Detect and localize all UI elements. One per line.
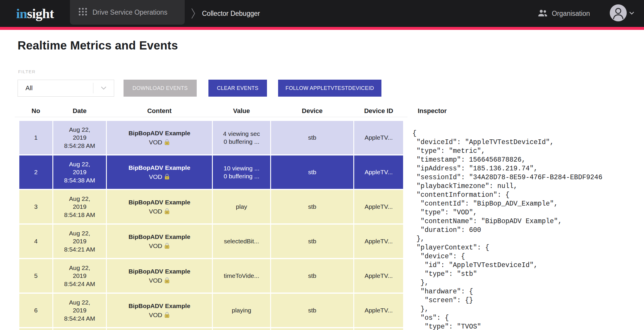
cell-no[interactable]: 5 [19,259,52,293]
filter-select-value: All [18,84,93,92]
cell-date[interactable]: Aug 22,20198:54:18 AM [53,190,106,223]
cell-content[interactable]: BipBopADV ExampleVOD [107,155,212,189]
events-table: 1Aug 22,20198:54:28 AMBipBopADV ExampleV… [19,121,403,330]
cell-no[interactable]: 4 [19,225,52,258]
lock-icon [164,242,170,250]
lock-icon [164,207,170,215]
lock-icon [164,138,170,146]
cell-date[interactable]: Aug 22,20198:54:38 AM [53,155,106,189]
app-switcher-label: Drive Service Operations [93,8,167,16]
cell-device-id[interactable]: AppleTV... [354,225,403,258]
cell-value[interactable]: timeToVide... [213,259,270,293]
cell-device[interactable]: stb [271,190,353,223]
column-header-value: Value [213,105,270,117]
chevron-right-icon [191,8,196,20]
cell-date[interactable]: Aug 22,20198:54:24 AM [53,294,106,327]
lock-icon [164,311,170,319]
cell-device-id[interactable]: AppleTV... [354,259,403,293]
chevron-down-icon[interactable] [629,11,635,16]
cell-device-id[interactable]: AppleTV... [354,190,403,223]
logo-part-blue: in [16,6,27,21]
chevron-down-icon [93,86,114,90]
logo-part-white: sight [27,6,54,21]
cell-no[interactable]: 3 [19,190,52,223]
column-header-no: No [19,105,52,117]
organisation-menu[interactable]: Organisation [537,0,590,27]
cell-device[interactable]: stb [271,225,353,258]
collector-debugger-screen: insight Drive Service Operations Collect… [0,0,644,330]
people-icon [537,8,548,18]
inspector-json: { "deviceId": "AppleTVTestDeviceId", "ty… [412,129,644,330]
lock-icon [164,173,170,181]
table-row-partial [271,328,353,330]
table-row-partial [19,328,52,330]
table-row-partial [107,328,212,330]
column-header-date: Date [53,105,106,117]
cell-value[interactable]: 10 viewing ...0 buffering ... [213,155,270,189]
cell-value[interactable]: play [213,190,270,223]
filter-select[interactable]: All [18,80,114,97]
cell-content[interactable]: BipBopADV ExampleVOD [107,259,212,293]
cell-no[interactable]: 1 [19,121,52,154]
cell-value[interactable]: selectedBit... [213,225,270,258]
cell-device-id[interactable]: AppleTV... [354,294,403,327]
cell-content[interactable]: BipBopADV ExampleVOD [107,225,212,258]
accent-stripe [0,27,644,30]
cell-value[interactable]: playing [213,294,270,327]
app-switcher-chip[interactable]: Drive Service Operations [70,0,185,25]
follow-device-button[interactable]: FOLLOW APPLETVTESTDEVICEID [278,80,381,97]
download-events-button[interactable]: DOWNLOAD EVENTS [124,80,197,97]
cell-no[interactable]: 6 [19,294,52,327]
cell-date[interactable]: Aug 22,20198:54:24 AM [53,259,106,293]
lock-icon [164,276,170,284]
page-title: Realtime Metrics and Events [18,39,178,52]
user-avatar-icon[interactable] [610,4,627,21]
grid-icon [78,7,88,18]
table-header-rule [15,117,407,117]
insight-logo[interactable]: insight [16,0,54,27]
cell-device-id[interactable]: AppleTV... [354,121,403,154]
clear-events-button[interactable]: CLEAR EVENTS [208,80,267,97]
cell-content[interactable]: BipBopADV ExampleVOD [107,190,212,223]
organisation-label: Organisation [552,10,590,18]
cell-date[interactable]: Aug 22,20198:54:21 AM [53,225,106,258]
table-row-partial [213,328,270,330]
table-row-partial [53,328,106,330]
cell-content[interactable]: BipBopADV ExampleVOD [107,121,212,154]
inspector-header: Inspector [418,105,447,117]
cell-value[interactable]: 4 viewing sec0 buffering ... [213,121,270,154]
column-header-device-id: Device ID [354,105,403,117]
cell-device-id[interactable]: AppleTV... [354,155,403,189]
filter-label: FILTER [18,69,36,74]
cell-content[interactable]: BipBopADV ExampleVOD [107,294,212,327]
cell-device[interactable]: stb [271,259,353,293]
table-header-row: No Date Content Value Device Device ID [19,105,403,117]
cell-device[interactable]: stb [271,155,353,189]
column-header-content: Content [107,105,212,117]
cell-no[interactable]: 2 [19,155,52,189]
breadcrumb-current-page: Collector Debugger [202,0,260,27]
table-row-partial [354,328,403,330]
column-header-device: Device [271,105,353,117]
cell-device[interactable]: stb [271,294,353,327]
cell-date[interactable]: Aug 22,20198:54:28 AM [53,121,106,154]
top-navigation-bar: insight Drive Service Operations Collect… [0,0,644,27]
cell-device[interactable]: stb [271,121,353,154]
